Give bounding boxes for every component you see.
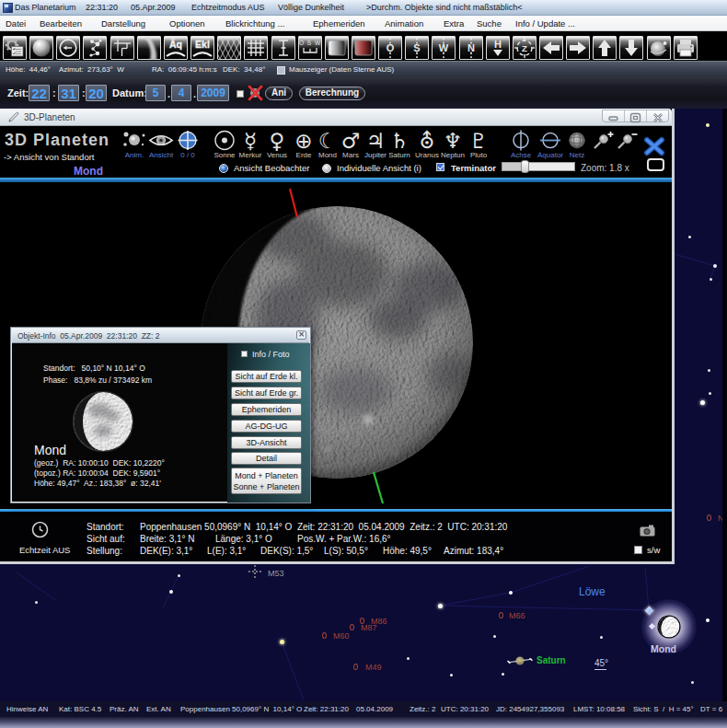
dialog-titlebar[interactable]: Objekt-Info 05.Apr.2009 22:31:20 ZZ: 2: [12, 329, 309, 343]
zenith-icon: Z: [514, 37, 536, 59]
slider-thumb[interactable]: [521, 160, 529, 173]
north-axis-line: [290, 189, 297, 217]
menu-item-bearbeiten[interactable]: Bearbeiten: [40, 18, 82, 29]
statusbar-segment-9: JD: 2454927,355093: [496, 705, 564, 713]
aeq-button[interactable]: Äq: [164, 36, 188, 60]
seconds-field[interactable]: 20: [86, 85, 107, 101]
ekl-icon: Ekl: [191, 37, 213, 59]
month-field[interactable]: 4: [171, 85, 191, 101]
statusbar-segment-7: Zeitz.: 2: [410, 705, 435, 713]
statusbar-segment-2: Präz. AN: [110, 705, 139, 713]
year-field[interactable]: 2009: [197, 85, 229, 101]
gradbox-button[interactable]: [325, 36, 349, 60]
menu-item-extra[interactable]: Extra: [444, 18, 464, 29]
letter-W-button[interactable]: W: [432, 36, 456, 60]
messier-marker-n[interactable]: [707, 514, 711, 521]
minimize-button[interactable]: [603, 110, 625, 121]
menu-item-darstellung[interactable]: Darstellung: [101, 18, 145, 29]
time-checkbox[interactable]: [237, 90, 244, 98]
close-button[interactable]: [647, 110, 669, 121]
ibeam-icon: [272, 37, 294, 59]
zerozero-icon: [169, 130, 206, 151]
settings-button[interactable]: [3, 36, 27, 60]
sky-label-lwe[interactable]: Löwe: [579, 585, 606, 598]
day-field[interactable]: 5: [145, 85, 166, 101]
ekl-button[interactable]: Ekl: [190, 36, 214, 60]
dialog-button-sicht-auf-erde-gr[interactable]: Sicht auf Erde gr.: [231, 387, 302, 399]
stop-animation-icon[interactable]: [247, 84, 264, 101]
statusbar-segment-0: Hinweise AN: [6, 705, 48, 713]
info-foto-checkbox[interactable]: [241, 351, 248, 357]
mauszeiger-checkbox[interactable]: [277, 66, 285, 75]
planeten-titlebar[interactable]: 3D-Planeten: [0, 109, 672, 126]
dialog-button-sicht-auf-erde-kl[interactable]: Sicht auf Erde kl.: [231, 370, 302, 383]
terminator-slider[interactable]: [502, 162, 575, 171]
letter-N-button[interactable]: N: [459, 36, 483, 60]
messier-marker-m87[interactable]: [350, 624, 354, 630]
dialog-button-ag-dg-ug[interactable]: AG-DG-UG: [231, 420, 302, 433]
arrow-right-button[interactable]: [566, 36, 590, 60]
dialog-button-mond-sonne-planeten[interactable]: Mond + Planeten Sonne + Planeten: [231, 468, 302, 494]
menu-item-datei[interactable]: Datei: [6, 18, 26, 29]
berechnung-button[interactable]: Berechnung: [299, 87, 365, 100]
letter-O-button[interactable]: O: [378, 36, 402, 60]
zenith-button[interactable]: Z: [513, 36, 537, 60]
frame-button[interactable]: [110, 36, 134, 60]
ani-button[interactable]: Ani: [265, 87, 293, 100]
menu-item-ephemeriden[interactable]: Ephemeriden: [313, 18, 365, 29]
menu-item-suche[interactable]: Suche: [477, 18, 502, 29]
dialog-button-detail[interactable]: Detail: [231, 452, 302, 465]
strip-pluto-button[interactable]: ♇Pluto: [460, 130, 497, 159]
clock-button[interactable]: [56, 36, 80, 60]
ibeam-button[interactable]: [271, 36, 295, 60]
sky-label-m53[interactable]: M53: [268, 569, 284, 578]
messier-marker-m49[interactable]: [353, 664, 358, 670]
maximize-button[interactable]: [625, 110, 647, 121]
dialog-button-3d-ansicht[interactable]: 3D-Ansicht: [231, 436, 302, 449]
starfield-moon[interactable]: [656, 614, 682, 640]
star-map[interactable]: LöweM53Saturn45°MondM86M87M60M49M66N: [0, 109, 727, 701]
printer-button[interactable]: [674, 36, 698, 60]
mesh-button[interactable]: [217, 36, 241, 60]
cluster-marker-m53[interactable]: [248, 565, 263, 580]
dialog-button-ephemeriden[interactable]: Ephemeriden: [231, 403, 302, 416]
status-row-label: Sicht auf:: [87, 534, 125, 544]
menu-item-optionen[interactable]: Optionen: [169, 18, 205, 29]
arrow-down-button[interactable]: [619, 36, 643, 60]
letter-H-button[interactable]: H: [486, 36, 510, 60]
radio-ansicht-beobachter[interactable]: [219, 164, 228, 173]
coord-segment-1: Azimut: 273,63° W: [59, 65, 124, 74]
gradbox-red-button[interactable]: [352, 36, 375, 60]
dialog-close-button[interactable]: ✕: [296, 330, 306, 340]
terminator-checkbox[interactable]: [436, 163, 444, 171]
messier-marker-m60[interactable]: [322, 632, 327, 639]
letter-S-button[interactable]: S: [405, 36, 429, 60]
camera-icon[interactable]: [640, 525, 655, 537]
sphere-button[interactable]: [29, 36, 53, 60]
sky-label-saturn[interactable]: Saturn: [537, 655, 566, 665]
sky-label-45[interactable]: 45°: [594, 658, 608, 668]
menu-item-info-update[interactable]: Info / Update ...: [515, 18, 575, 29]
radio-individuelle-ansicht[interactable]: [322, 164, 331, 173]
grid-button[interactable]: [244, 36, 268, 60]
saturn-marker[interactable]: [504, 653, 536, 669]
messier-marker-m66[interactable]: [499, 612, 503, 618]
dialog-topoz: (topoz.) RA: 10:00:04 DEK: 9,5901°: [34, 468, 160, 478]
shade-button[interactable]: [137, 36, 161, 60]
hours-field[interactable]: 22: [29, 85, 50, 101]
arrow-left-button[interactable]: [539, 36, 563, 60]
strip-zoomout-button[interactable]: [608, 130, 645, 151]
minutes-field[interactable]: 31: [58, 85, 79, 101]
toolbar: ÄqEklO S WOSWNHZ: [0, 31, 727, 61]
arrow-up-button[interactable]: [593, 36, 617, 60]
realtime-clock-icon[interactable]: [31, 521, 49, 538]
sw-checkbox[interactable]: [634, 546, 642, 554]
planet-moon-button[interactable]: [647, 36, 671, 60]
constellation-button[interactable]: [83, 36, 107, 60]
star: [713, 264, 717, 268]
close-3d-icon[interactable]: [642, 135, 666, 157]
menu-item-animation[interactable]: Animation: [385, 18, 423, 29]
menu-item-blickrichtung[interactable]: Blickrichtung ...: [225, 18, 284, 29]
osw-button[interactable]: O S W: [298, 36, 322, 60]
strip-zerozero-button[interactable]: 0 / 0: [169, 130, 206, 159]
